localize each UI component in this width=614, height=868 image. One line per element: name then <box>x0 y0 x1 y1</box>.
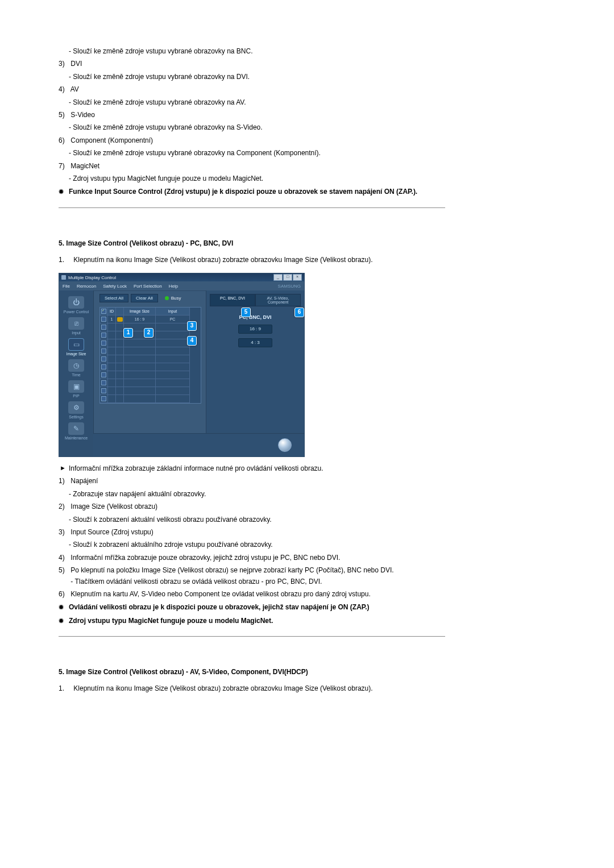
maximize-button[interactable]: □ <box>283 274 292 281</box>
size-button-16-9[interactable]: 16 : 9 <box>238 325 272 334</box>
grid-row <box>100 387 201 395</box>
list-sub: - Slouží ke změně zdroje vstupu vybrané … <box>69 72 445 82</box>
status-icon <box>117 317 123 322</box>
list-sub: - Tlačítkem ovládání velikosti obrazu se… <box>70 577 445 587</box>
list-sub: - Zobrazuje stav napájení aktuální obraz… <box>69 489 445 499</box>
select-all-button[interactable]: Select All <box>99 294 128 302</box>
callout-4: 4 <box>187 336 197 346</box>
sidebar-item-pip[interactable]: ▣ PIP <box>59 378 93 399</box>
note-text: Ovládání velikosti obrazu je k dispozici… <box>69 603 370 611</box>
right-pane: PC, BNC, DVI AV, S-Video, Component PC, … <box>206 290 304 456</box>
sidebar-item-input[interactable]: ⎚ Input <box>59 315 93 336</box>
note-text: Zdroj vstupu typu MagicNet funguje pouze… <box>69 617 273 625</box>
sidebar-item-time[interactable]: ◷ Time <box>59 357 93 378</box>
pip-icon: ▣ <box>68 380 84 393</box>
sidebar-item-label: Image Size <box>59 352 93 356</box>
menu-item[interactable]: Help <box>169 284 178 289</box>
sidebar-item-label: Power Control <box>59 310 93 314</box>
grid-header-cell: ID <box>108 308 116 315</box>
sidebar-item-power[interactable]: ⏻ Power Control <box>59 294 93 315</box>
minimize-button[interactable]: _ <box>273 274 283 281</box>
info-grid: ID Image Size Input 1 16 : 9 PC <box>99 307 201 404</box>
app-screenshot: Multiple Display Control _ □ × File Remo… <box>59 273 305 457</box>
section-title: 5. Image Size Control (Velikost obrazu) … <box>59 668 445 676</box>
grid-row <box>100 355 201 363</box>
checkbox-icon[interactable] <box>101 309 106 314</box>
sidebar-item-maintenance[interactable]: ✎ Maintenance <box>59 420 93 441</box>
note-bullet-icon: ✹ <box>59 617 65 622</box>
callout-2: 2 <box>144 328 154 338</box>
grid-header: ID Image Size Input <box>100 308 201 315</box>
separator <box>59 207 445 208</box>
list-item: 4) AV <box>59 85 445 94</box>
note-line: ✹ Zdroj vstupu typu MagicNet funguje pou… <box>59 616 445 626</box>
gear-icon: ⚙ <box>68 401 84 414</box>
list-number: 7) <box>59 161 69 171</box>
brand-label: SAMSUNG <box>278 284 301 289</box>
list-item: 1) Napájení <box>59 476 445 486</box>
grid-header-cell: Image Size <box>124 308 156 315</box>
separator <box>59 636 445 637</box>
list-item: 2) Image Size (Velikost obrazu) <box>59 502 445 512</box>
list-item: 3) DVI <box>59 59 445 69</box>
menu-item[interactable]: Safety Lock <box>103 284 127 289</box>
size-button-4-3[interactable]: 4 : 3 <box>238 338 272 347</box>
grid-row <box>100 379 201 387</box>
app-icon <box>61 275 66 280</box>
list-sub: - Slouží k zobrazení aktuální velikosti … <box>69 515 445 525</box>
grid-cell: 16 : 9 <box>124 315 156 323</box>
list-sub: - Slouží k zobrazení aktuálního zdroje v… <box>69 540 445 550</box>
bullet-text: Informační mřížka zobrazuje základní inf… <box>69 464 323 472</box>
list-number: 2) <box>59 502 69 512</box>
right-title: PC, BNC, DVI <box>210 314 301 320</box>
list-number: 4) <box>59 85 69 94</box>
list-label: Po klepnutí na položku Image Size (Velik… <box>70 566 445 587</box>
sidebar-item-image-size[interactable]: ▭ Image Size <box>59 336 93 357</box>
grid-row <box>100 339 201 347</box>
power-icon: ⏻ <box>68 296 84 309</box>
tab-av-svideo-component[interactable]: AV, S-Video, Component <box>255 294 301 306</box>
close-button[interactable]: × <box>293 274 302 281</box>
note-bullet-icon: ✹ <box>59 188 65 193</box>
grid-cell: PC <box>156 315 190 323</box>
time-icon: ◷ <box>68 359 84 372</box>
sidebar-item-label: Time <box>59 373 93 377</box>
bullet-lead: ► Informační mřížka zobrazuje základní i… <box>59 464 445 474</box>
list-number: 6) <box>59 136 69 146</box>
sidebar-item-label: Settings <box>59 415 93 419</box>
list-label: MagicNet <box>70 162 99 170</box>
grid-row <box>100 371 201 379</box>
clear-all-button[interactable]: Clear All <box>131 294 158 302</box>
busy-label: Busy <box>171 296 181 301</box>
list-item: 7) MagicNet <box>59 161 445 171</box>
grid-row[interactable]: 1 16 : 9 PC <box>100 315 201 323</box>
blank-space <box>59 702 445 868</box>
note-line: ✹ Funkce Input Source Control (Zdroj vst… <box>59 187 445 197</box>
list-number: 6) <box>59 589 69 599</box>
tab-pc-bnc-dvi[interactable]: PC, BNC, DVI <box>210 294 255 306</box>
grid-cell <box>116 315 124 323</box>
list-label: AV <box>70 85 79 93</box>
menu-item[interactable]: File <box>63 284 70 289</box>
sidebar-item-label: Maintenance <box>59 436 93 440</box>
grid-cell: 1 <box>108 315 116 323</box>
list-sub: - Slouží ke změně zdroje vstupu vybrané … <box>69 98 445 107</box>
note-text: Funkce Input Source Control (Zdroj vstup… <box>69 188 417 196</box>
callout-1: 1 <box>123 328 133 338</box>
sidebar-item-settings[interactable]: ⚙ Settings <box>59 399 93 420</box>
checkbox-icon[interactable] <box>101 317 106 322</box>
busy-indicator: Busy <box>165 296 181 301</box>
window-title: Multiple Display Control <box>68 275 116 280</box>
sidebar: ⏻ Power Control ⎚ Input ▭ Image Size ◷ T… <box>59 290 94 456</box>
intro-text: Klepnutím na ikonu Image Size (Velikost … <box>73 684 372 692</box>
note-line: ✹ Ovládání velikosti obrazu je k dispozi… <box>59 603 445 612</box>
list-label: DVI <box>70 60 82 68</box>
menu-item[interactable]: Remocon <box>77 284 96 289</box>
menu-item[interactable]: Port Selection <box>134 284 162 289</box>
orb-icon <box>278 438 292 452</box>
list-number: 3) <box>59 528 69 537</box>
list-label: Input Source (Zdroj vstupu) <box>70 528 153 536</box>
list-number: 5) <box>59 110 69 120</box>
list-item: 6) Klepnutím na kartu AV, S-Video nebo C… <box>59 589 445 599</box>
busy-dot-icon <box>165 296 169 300</box>
